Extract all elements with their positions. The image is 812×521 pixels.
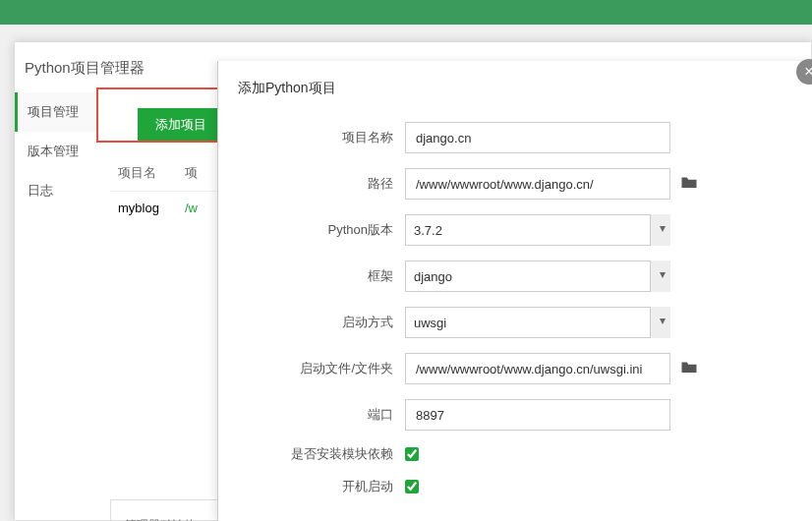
modal-form: 项目名称 路径 Python版本 3.7.2 框架 django 启动方式 uw… [218, 122, 812, 495]
path-input[interactable] [405, 168, 670, 200]
label-boot-start: 开机启动 [238, 478, 405, 495]
sidebar-item-versions[interactable]: 版本管理 [15, 132, 98, 171]
add-project-button[interactable]: 添加项目 [138, 108, 224, 142]
install-deps-checkbox[interactable] [405, 447, 419, 461]
start-file-input[interactable] [405, 353, 670, 384]
label-project-name: 项目名称 [238, 129, 405, 146]
boot-start-checkbox[interactable] [405, 480, 419, 493]
modal-title: 添加Python项目 [218, 61, 812, 122]
sidebar-item-logs[interactable]: 日志 [15, 171, 98, 210]
sidebar: 项目管理 版本管理 日志 [15, 92, 98, 521]
add-project-modal: × 添加Python项目 项目名称 路径 Python版本 3.7.2 框架 d… [217, 61, 812, 521]
top-banner [0, 0, 812, 25]
folder-icon[interactable] [680, 174, 698, 194]
label-framework: 框架 [238, 267, 405, 285]
label-start-method: 启动方式 [238, 314, 405, 331]
label-install-deps: 是否安装模块依赖 [238, 445, 405, 463]
sidebar-item-projects[interactable]: 项目管理 [15, 92, 98, 132]
python-version-select[interactable]: 3.7.2 [405, 214, 670, 246]
col-header-name: 项目名 [118, 164, 185, 182]
start-method-select[interactable]: uwsgi [405, 307, 670, 338]
port-input[interactable] [405, 399, 670, 431]
cell-name: myblog [118, 201, 185, 215]
label-path: 路径 [238, 175, 405, 193]
label-python-version: Python版本 [238, 221, 405, 239]
framework-select[interactable]: django [405, 260, 670, 292]
label-start-file: 启动文件/文件夹 [238, 360, 405, 377]
project-name-input[interactable] [405, 122, 670, 153]
label-port: 端口 [238, 406, 405, 424]
folder-icon[interactable] [680, 359, 698, 378]
